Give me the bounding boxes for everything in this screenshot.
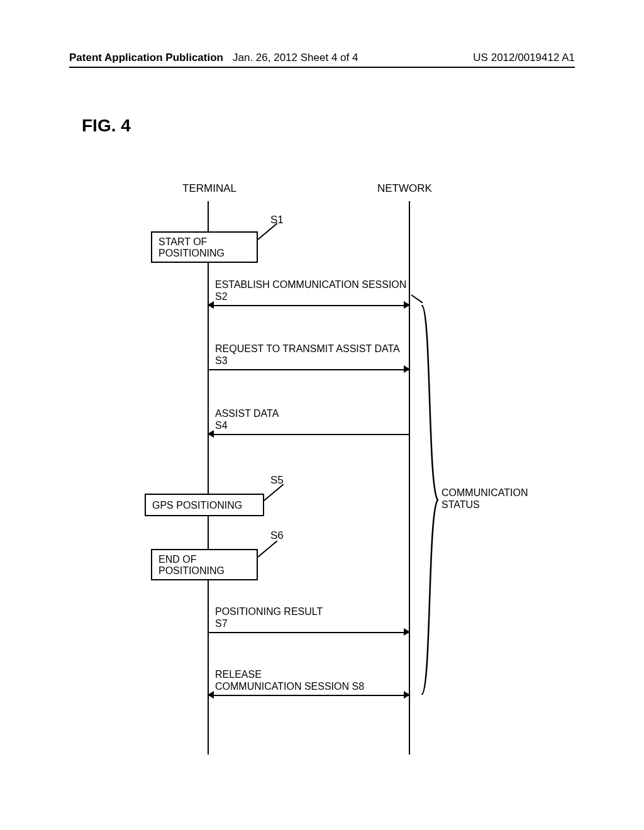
arrow-left-icon (208, 430, 214, 438)
message-s8-label: RELEASECOMMUNICATION SESSION S8 (215, 668, 364, 692)
lifeline-label-terminal: TERMINAL (182, 182, 236, 195)
figure-label: FIG. 4 (82, 116, 131, 136)
arrow-left-icon (208, 301, 214, 309)
message-s7: POSITIONING RESULTS7 (209, 632, 409, 633)
header-publication: Patent Application Publication (69, 52, 223, 64)
arrow-left-icon (208, 691, 214, 699)
lifeline-terminal (208, 201, 209, 755)
header-pubnumber: US 2012/0019412 A1 (473, 52, 575, 64)
communication-status-label: COMMUNICATIONSTATUS (441, 487, 528, 511)
arrow-right-icon (404, 365, 410, 373)
lifeline-label-network: NETWORK (377, 182, 432, 195)
message-s3: REQUEST TO TRANSMIT ASSIST DATAS3 (209, 369, 409, 370)
message-s4: ASSIST DATAS4 (209, 434, 409, 435)
brace-leader (411, 294, 423, 303)
arrow-right-icon (404, 301, 410, 309)
message-s4-label: ASSIST DATAS4 (215, 407, 279, 431)
step-s6-leader (257, 541, 277, 558)
step-s5-box: GPS POSITIONING (145, 494, 264, 516)
step-s1-box: START OFPOSITIONING (151, 231, 258, 263)
arrow-right-icon (404, 691, 410, 699)
page: Patent Application Publication Jan. 26, … (0, 0, 644, 830)
lifeline-network (409, 201, 410, 755)
step-s1-id: S1 (270, 214, 284, 226)
arrow-right-icon (404, 628, 410, 636)
message-s2: ESTABLISH COMMUNICATION SESSIONS2 (209, 305, 409, 306)
header-date-sheet: Jan. 26, 2012 Sheet 4 of 4 (233, 52, 358, 64)
sequence-diagram: TERMINAL NETWORK START OFPOSITIONING S1 … (145, 182, 585, 780)
step-s1-leader (257, 223, 277, 240)
page-header: Patent Application Publication Jan. 26, … (69, 50, 575, 68)
message-s8: RELEASECOMMUNICATION SESSION S8 (209, 695, 409, 696)
step-s6-box: END OFPOSITIONING (151, 549, 258, 580)
brace-icon (420, 305, 439, 695)
communication-status-brace (420, 305, 439, 695)
message-s3-label: REQUEST TO TRANSMIT ASSIST DATAS3 (215, 343, 400, 367)
message-s2-label: ESTABLISH COMMUNICATION SESSIONS2 (215, 279, 406, 302)
message-s7-label: POSITIONING RESULTS7 (215, 606, 323, 629)
